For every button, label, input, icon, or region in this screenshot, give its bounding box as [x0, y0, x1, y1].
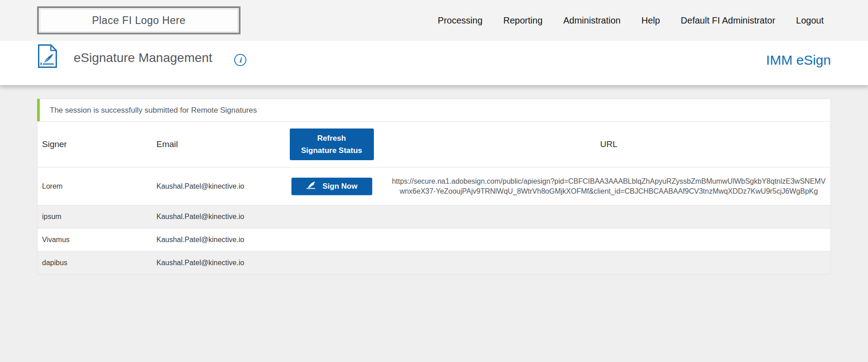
- signer-action-cell: [276, 238, 387, 242]
- success-message: The session is successfully submitted fo…: [37, 99, 831, 121]
- nav-user-menu[interactable]: Default FI Administrator: [681, 15, 775, 26]
- success-message-text: The session is successfully submitted fo…: [50, 106, 257, 115]
- table-row: Lorem Kaushal.Patel@kinective.io Sign No…: [38, 167, 830, 205]
- signer-email: Kaushal.Patel@kinective.io: [156, 257, 276, 269]
- signer-name: Vivamus: [38, 234, 156, 246]
- nav-processing[interactable]: Processing: [438, 15, 482, 26]
- svg-text:x: x: [40, 61, 42, 66]
- column-header-email: Email: [156, 138, 276, 151]
- signer-email: Kaushal.Patel@kinective.io: [156, 211, 276, 223]
- fi-logo-text: Place FI Logo Here: [92, 14, 185, 27]
- info-icon-glyph: i: [239, 56, 242, 64]
- signer-name: ipsum: [38, 211, 156, 223]
- signer-action-cell: Sign Now: [276, 176, 387, 197]
- signer-name: Lorem: [38, 181, 156, 192]
- signer-url-cell: [387, 238, 830, 242]
- page-header: x eSignature Management i IMM eSign: [0, 41, 868, 85]
- signer-action-cell: [276, 215, 387, 219]
- refresh-signature-status-button[interactable]: Refresh Signature Status: [290, 129, 374, 160]
- signing-url: https://secure.na1.adobesign.com/public/…: [387, 172, 830, 201]
- signer-name: dapibus: [38, 257, 156, 269]
- nav-reporting[interactable]: Reporting: [503, 15, 542, 26]
- table-row: dapibus Kaushal.Patel@kinective.io: [38, 251, 830, 274]
- signer-email: Kaushal.Patel@kinective.io: [156, 181, 276, 192]
- nav-help[interactable]: Help: [642, 15, 660, 26]
- top-nav: Processing Reporting Administration Help…: [438, 15, 824, 26]
- nav-logout[interactable]: Logout: [796, 15, 824, 26]
- sign-now-label: Sign Now: [322, 182, 357, 191]
- table-header-row: Signer Email Refresh Signature Status UR…: [38, 122, 830, 167]
- signer-url-cell: [387, 261, 830, 265]
- table-row: ipsum Kaushal.Patel@kinective.io: [38, 205, 830, 228]
- column-header-signer: Signer: [38, 138, 156, 151]
- signer-url-cell: [387, 215, 830, 219]
- signer-email: Kaushal.Patel@kinective.io: [156, 234, 276, 246]
- table-row: Vivamus Kaushal.Patel@kinective.io: [38, 228, 830, 251]
- signer-url-cell: https://secure.na1.adobesign.com/public/…: [387, 170, 830, 203]
- content-area: The session is successfully submitted fo…: [0, 85, 868, 362]
- signer-action-cell: [276, 261, 387, 265]
- page-title: eSignature Management: [74, 51, 212, 65]
- refresh-button-line1: Refresh: [317, 132, 346, 144]
- top-bar: Place FI Logo Here Processing Reporting …: [0, 0, 868, 41]
- info-icon[interactable]: i: [234, 54, 246, 66]
- brand-imm-esign: IMM eSign: [766, 52, 831, 68]
- page: Place FI Logo Here Processing Reporting …: [0, 0, 868, 362]
- column-header-action: Refresh Signature Status: [276, 127, 387, 162]
- refresh-button-line2: Signature Status: [301, 144, 362, 157]
- column-header-url: URL: [387, 138, 830, 151]
- fi-logo-placeholder: Place FI Logo Here: [37, 6, 241, 34]
- signers-table: Signer Email Refresh Signature Status UR…: [37, 121, 831, 275]
- quill-pen-icon: [306, 181, 318, 191]
- esignature-document-icon: x: [38, 44, 57, 68]
- sign-now-button[interactable]: Sign Now: [292, 178, 372, 195]
- nav-administration[interactable]: Administration: [563, 15, 621, 26]
